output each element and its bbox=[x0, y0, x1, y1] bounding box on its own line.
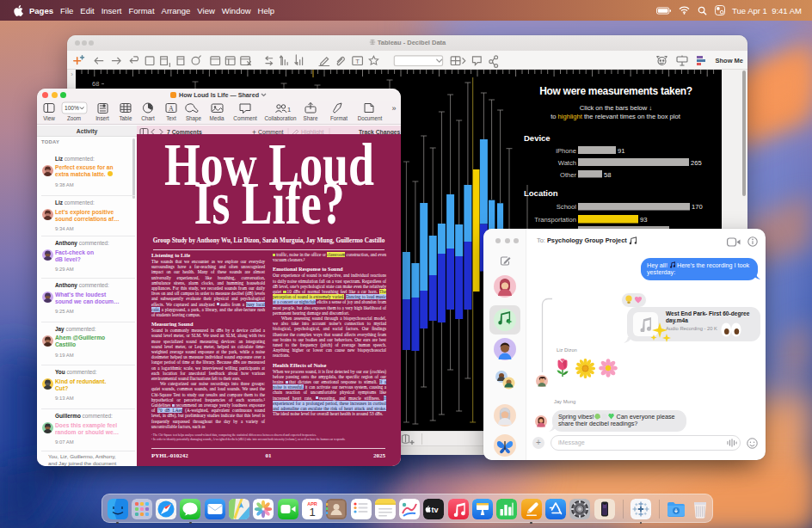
svg-text:to highlight the relevant time: to highlight the relevant times on the b… bbox=[551, 113, 681, 120]
svg-text:Location: Location bbox=[524, 188, 558, 198]
svg-text:Table: Table bbox=[119, 115, 132, 121]
svg-text:Comment: Comment bbox=[233, 115, 257, 121]
svg-text:tv: tv bbox=[432, 506, 439, 514]
svg-text:Media: Media bbox=[209, 115, 225, 121]
svg-text:170: 170 bbox=[692, 203, 703, 211]
svg-text:1: 1 bbox=[309, 506, 315, 519]
svg-text:93: 93 bbox=[640, 216, 647, 224]
svg-text:View: View bbox=[43, 115, 55, 121]
svg-text:100%: 100% bbox=[65, 105, 79, 111]
svg-text:1: 1 bbox=[287, 106, 291, 114]
svg-text:Other: Other bbox=[560, 171, 576, 179]
svg-text:Click on the bars below ↓: Click on the bars below ↓ bbox=[580, 104, 652, 112]
svg-text:Device: Device bbox=[524, 133, 551, 143]
svg-text:Chart: Chart bbox=[141, 115, 155, 121]
svg-text:68: 68 bbox=[92, 80, 99, 88]
svg-text:How were measurements taken?: How were measurements taken? bbox=[539, 85, 692, 97]
svg-text:265: 265 bbox=[691, 159, 702, 167]
svg-text:Collaboration: Collaboration bbox=[264, 115, 297, 121]
svg-text:Watch: Watch bbox=[558, 159, 576, 167]
svg-text:Share: Share bbox=[304, 115, 318, 121]
svg-text:»: » bbox=[391, 104, 396, 113]
svg-text:T: T bbox=[355, 58, 360, 65]
svg-text:iPhone: iPhone bbox=[556, 147, 576, 155]
svg-text:School: School bbox=[557, 203, 577, 211]
svg-text:A: A bbox=[169, 105, 174, 113]
svg-text:Shape: Shape bbox=[186, 115, 202, 122]
svg-text:91: 91 bbox=[618, 147, 624, 155]
svg-text:Transportation: Transportation bbox=[534, 216, 576, 224]
svg-text:Insert: Insert bbox=[95, 115, 109, 121]
svg-text:58: 58 bbox=[604, 171, 611, 179]
svg-text:Format: Format bbox=[330, 115, 348, 121]
svg-text:Document: Document bbox=[358, 115, 383, 121]
svg-text:Zoom: Zoom bbox=[67, 115, 81, 121]
svg-text:Text: Text bbox=[166, 115, 176, 121]
